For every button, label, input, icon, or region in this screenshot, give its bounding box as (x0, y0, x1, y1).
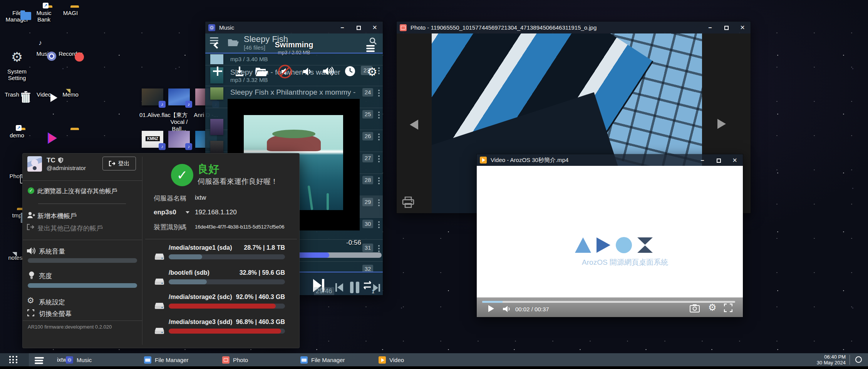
more-options-icon[interactable] (378, 221, 380, 223)
desktop-icon-music[interactable]: Music (30, 48, 57, 57)
photo-window-titlebar[interactable]: Photo - 119065550_10157744569721304_4713… (397, 22, 751, 33)
disk-icon (155, 278, 164, 286)
logout-button[interactable]: 登出 (102, 157, 136, 170)
logout-icon (109, 161, 115, 166)
more-options-icon[interactable] (378, 245, 380, 247)
window-title: Music (219, 24, 234, 31)
start-button[interactable] (0, 353, 29, 366)
desktop-icon-demo[interactable]: demo (3, 130, 30, 139)
more-options-icon[interactable] (378, 67, 380, 69)
more-options-icon[interactable] (378, 90, 380, 91)
toggle-fullscreen-item[interactable]: 切換全螢幕 (39, 309, 72, 318)
music-file-thumbnail[interactable] (168, 131, 190, 148)
taskbar-item-file-manager[interactable]: File Manager (144, 353, 189, 366)
video-app-icon (379, 356, 386, 364)
fullscreen-toggle-icon (27, 309, 34, 316)
music-window-titlebar[interactable]: Music (205, 22, 383, 33)
taskbar-item-file-manager-2[interactable]: File Manager (300, 353, 345, 366)
network-interface-select[interactable]: enp3s0 (154, 209, 176, 216)
close-button[interactable] (727, 154, 743, 166)
more-options-icon[interactable] (378, 177, 380, 179)
add-icon[interactable] (212, 66, 223, 77)
logout-saved-accounts-item[interactable]: 登出其他已儲存的帳戶 (37, 224, 103, 233)
desktop-icon-file-manager[interactable]: File Manager (3, 7, 30, 23)
track-thumbnail (210, 87, 223, 100)
volume-high-icon[interactable] (322, 66, 335, 77)
desktop-icon-video[interactable]: Video (30, 89, 57, 98)
speaker-icon (27, 247, 36, 255)
window-title: Photo - 119065550_10157744569721304_4713… (411, 24, 597, 31)
more-options-icon[interactable] (378, 112, 380, 113)
hostname-label: ixtw (57, 356, 67, 363)
more-options-icon[interactable] (378, 199, 380, 201)
track-title[interactable]: Sleepy Fish x Philanthrope x mommy - (230, 88, 358, 97)
volume-low-icon[interactable] (302, 67, 312, 77)
pause-icon[interactable] (350, 282, 360, 293)
brightness-slider[interactable] (28, 283, 137, 288)
fullscreen-icon[interactable] (724, 304, 732, 312)
minimize-button[interactable] (702, 22, 718, 33)
more-options-icon[interactable] (378, 134, 380, 135)
video-progress-bar[interactable] (482, 301, 735, 303)
desktop-icon-magi[interactable]: MAGI (57, 7, 84, 16)
video-settings-icon[interactable] (708, 302, 717, 313)
close-button[interactable] (367, 22, 383, 33)
video-player[interactable]: ArozOS 開源網頁桌面系統 00:02 / 00:37 (477, 166, 743, 317)
gear-icon (3, 48, 30, 66)
track-title[interactable]: Sleepy Fish - for when it's warmer (230, 68, 360, 77)
snapshot-camera-icon[interactable] (690, 304, 700, 312)
maximize-button[interactable] (718, 22, 734, 33)
music-file-thumbnail[interactable] (168, 88, 190, 105)
shield-icon (58, 157, 63, 163)
power-icon[interactable] (855, 356, 862, 363)
apps-grid-icon (9, 356, 18, 364)
folder-open-icon[interactable] (255, 67, 268, 77)
music-badge-icon (185, 101, 192, 108)
user-avatar[interactable] (27, 156, 42, 172)
track-number-badge: 30 (362, 220, 373, 228)
close-button[interactable] (734, 22, 751, 33)
video-window-titlebar[interactable]: Video - ArozOS 30秒簡介.mp4 (477, 154, 743, 166)
more-options-icon[interactable] (378, 155, 380, 157)
next-photo-icon[interactable] (717, 119, 726, 129)
menu-icon[interactable] (210, 37, 218, 38)
desktop-icon-system-setting[interactable]: System Setting (3, 48, 30, 81)
print-icon[interactable] (402, 197, 414, 208)
server-name: ixtw (195, 194, 206, 202)
desktop-icon-media-player[interactable] (30, 129, 57, 131)
logout-saved-icon (27, 224, 34, 230)
mute-icon[interactable] (278, 64, 292, 79)
taskbar-clock[interactable]: 06:40 PM 30 May 2024 (817, 354, 846, 366)
taskbar-item-video[interactable]: Video (379, 353, 404, 366)
volume-slider[interactable] (28, 258, 137, 263)
previous-track-icon[interactable] (335, 283, 343, 292)
desktop-icon-music-bank[interactable]: Music Bank (30, 7, 57, 23)
maximize-button[interactable] (350, 22, 367, 33)
volume-icon[interactable] (503, 305, 512, 313)
username: TC (47, 157, 55, 164)
check-circle-icon (28, 187, 34, 194)
add-local-account-item[interactable]: 新增本機帳戶 (37, 212, 77, 220)
music-file-thumbnail[interactable]: KMNZ (142, 131, 163, 148)
music-file-thumbnail[interactable] (142, 88, 163, 105)
history-clock-icon[interactable] (345, 66, 355, 77)
settings-gear-icon[interactable] (367, 65, 377, 78)
desktop-icon-folder[interactable] (57, 130, 84, 132)
desktop-icon-trash-bin[interactable]: Trash Bin (3, 89, 30, 98)
taskbar-item-photo[interactable]: Photo (222, 353, 248, 366)
play-icon[interactable] (488, 305, 494, 312)
brightness-label: 亮度 (39, 272, 52, 281)
taskbar-item-music[interactable]: Music (66, 353, 92, 366)
minimize-button[interactable] (694, 154, 710, 166)
minimize-button[interactable] (334, 22, 350, 33)
maximize-button[interactable] (710, 154, 727, 166)
desktop-icon-recorder[interactable]: Recorder (57, 48, 84, 57)
previous-photo-icon[interactable] (410, 120, 418, 130)
server-status-panel: 良好 伺服器看來運作良好喔！ 伺服器名稱 ixtw enp3s0 192.168… (142, 154, 300, 349)
taskbar-menu-icon[interactable] (35, 357, 44, 359)
desktop-icon-memo[interactable]: Memo (57, 89, 84, 98)
download-icon[interactable] (235, 66, 245, 77)
system-settings-item[interactable]: 系統設定 (39, 298, 65, 307)
next-track-icon[interactable] (373, 284, 380, 292)
music-badge-icon (159, 143, 166, 150)
